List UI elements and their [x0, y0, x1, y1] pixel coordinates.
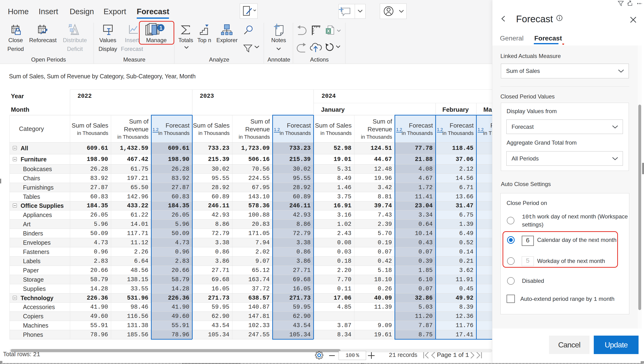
- svg-text:1: 1: [159, 25, 162, 31]
- svg-text:X: X: [327, 29, 330, 33]
